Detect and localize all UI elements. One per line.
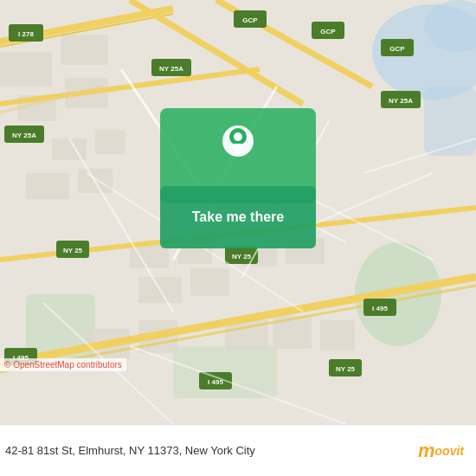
svg-text:GCP: GCP bbox=[389, 45, 405, 53]
address-text: 42-81 81st St, Elmhurst, NY 11373, New Y… bbox=[5, 444, 418, 457]
svg-rect-12 bbox=[95, 130, 125, 154]
osm-credit-text: © OpenStreetMap contributors bbox=[4, 360, 122, 370]
svg-text:GCP: GCP bbox=[320, 28, 336, 35]
moovit-logo-rest: oovit bbox=[435, 444, 464, 458]
svg-point-75 bbox=[234, 132, 242, 141]
osm-credit: © OpenStreetMap contributors bbox=[0, 358, 126, 371]
svg-text:I 495: I 495 bbox=[372, 305, 388, 312]
svg-rect-3 bbox=[424, 87, 476, 156]
svg-rect-13 bbox=[26, 173, 69, 199]
osm-link[interactable]: © OpenStreetMap contributors bbox=[4, 360, 122, 370]
svg-text:NY 25A: NY 25A bbox=[389, 97, 413, 105]
svg-text:GCP: GCP bbox=[242, 16, 258, 24]
svg-text:NY 25A: NY 25A bbox=[12, 132, 36, 139]
svg-text:NY 25: NY 25 bbox=[232, 253, 252, 261]
bottom-bar: 42-81 81st St, Elmhurst, NY 11373, New Y… bbox=[0, 424, 476, 476]
svg-rect-7 bbox=[0, 52, 52, 87]
take-me-there-button[interactable]: Take me there bbox=[160, 186, 316, 248]
moovit-logo: m oovit bbox=[418, 440, 464, 462]
svg-rect-18 bbox=[190, 268, 229, 296]
map-container: I 278 NY 25A NY 25A GCP GCP GCP NY 25 NY… bbox=[0, 0, 476, 424]
svg-text:NY 25A: NY 25A bbox=[159, 65, 183, 73]
svg-rect-8 bbox=[61, 35, 108, 65]
moovit-logo-m: m bbox=[418, 440, 435, 462]
svg-text:NY 25: NY 25 bbox=[336, 365, 356, 373]
svg-text:I 278: I 278 bbox=[18, 30, 34, 38]
svg-rect-25 bbox=[320, 320, 355, 351]
btn-label: Take me there bbox=[192, 209, 284, 225]
svg-rect-11 bbox=[52, 138, 87, 160]
svg-text:NY 25: NY 25 bbox=[63, 247, 83, 254]
